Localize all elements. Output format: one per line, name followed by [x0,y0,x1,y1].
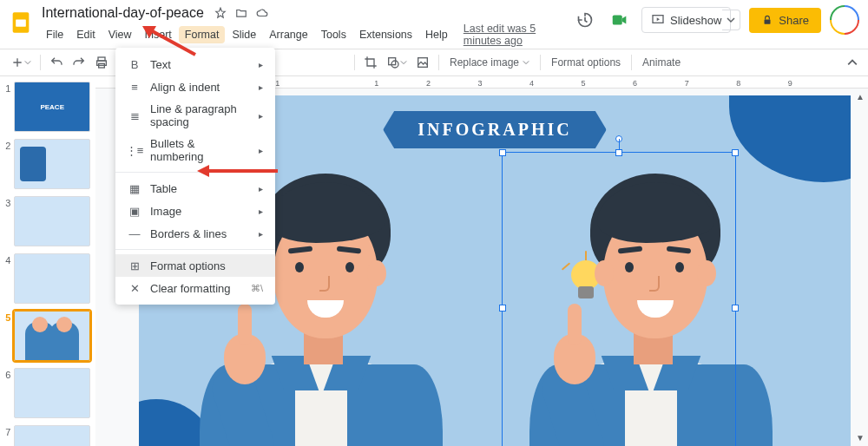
dd-borders[interactable]: —Borders & lines▸ [115,222,275,245]
share-button[interactable]: Share [749,8,821,33]
slides-logo-icon [9,10,33,35]
move-folder-icon[interactable] [235,7,247,19]
text-icon: B [128,57,141,71]
annotation-arrow-icon [139,24,200,59]
dropdown-separator [115,249,275,250]
chevron-right-icon: ▸ [259,111,263,121]
new-slide-button[interactable] [7,52,35,73]
undo-button[interactable] [46,52,67,73]
chevron-down-icon [727,16,735,24]
menu-help[interactable]: Help [419,26,454,43]
star-icon[interactable] [214,7,227,19]
toolbar-separator [40,55,41,70]
thumbnail-5[interactable]: 5 [3,311,90,361]
format-options-button[interactable]: Format options [546,53,626,72]
lock-icon [761,14,773,26]
share-label: Share [779,14,809,27]
resize-handle[interactable] [615,149,622,156]
toolbar-separator [540,55,541,70]
align-icon: ≡ [128,80,141,94]
menu-slide[interactable]: Slide [226,26,262,43]
slideshow-label: Slideshow [670,14,721,27]
menu-arrange[interactable]: Arrange [263,26,313,43]
menu-view[interactable]: View [102,26,138,43]
chevron-right-icon: ▸ [259,146,263,155]
doc-info: International-day-of-peace File Edit Vie… [40,5,572,47]
scroll-down-button[interactable]: ▼ [856,433,865,443]
dd-image[interactable]: ▣Image▸ [115,200,275,222]
replace-image-button[interactable]: Replace image [444,53,535,72]
banner-title[interactable]: INFOGRAPHIC [383,111,606,148]
toolbar-separator [438,55,439,70]
chevron-right-icon: ▸ [259,184,263,193]
borders-icon: — [128,226,141,240]
header-right: Slideshow Share [572,5,859,35]
slideshow-button[interactable]: Slideshow [641,7,731,33]
thumbnail-6[interactable]: 6 [3,368,90,418]
mask-button[interactable] [383,52,411,73]
thumbnail-1[interactable]: 1PEACE [3,82,90,132]
menu-edit[interactable]: Edit [70,26,102,43]
image-icon: ▣ [128,204,141,218]
crop-button[interactable] [360,52,381,73]
doc-title[interactable]: International-day-of-peace [40,5,206,21]
present-icon [651,13,665,27]
animate-button[interactable]: Animate [637,53,686,72]
format-options-icon: ⊞ [128,259,141,272]
bullets-icon: ⋮≡ [128,143,141,157]
slideshow-dropdown-button[interactable] [722,10,740,30]
last-edit-link[interactable]: Last edit was 5 minutes ago [464,23,572,47]
thumbnail-panel[interactable]: 1PEACE 2 3 4 5 6 7THANK YOU [0,76,95,446]
header: International-day-of-peace File Edit Vie… [0,0,868,49]
dd-clear-formatting[interactable]: ✕Clear formatting⌘\ [115,277,275,299]
dd-align[interactable]: ≡Align & indent▸ [115,75,275,98]
annotation-arrow-icon [195,163,282,179]
thumbnail-2[interactable]: 2 [3,139,90,189]
menu-bar: File Edit View Insert Format Slide Arran… [40,23,572,47]
resize-handle[interactable] [499,149,506,156]
reset-image-button[interactable] [412,52,433,73]
svg-rect-1 [16,20,26,27]
collapse-toolbar-button[interactable] [844,54,861,71]
svg-rect-4 [765,19,771,23]
account-avatar[interactable] [830,5,859,35]
resize-handle[interactable] [732,305,739,312]
print-button[interactable] [91,52,112,73]
clear-icon: ✕ [128,281,141,295]
dd-table[interactable]: ▦Table▸ [115,177,275,200]
toolbar-separator [354,55,355,70]
resize-handle[interactable] [499,305,506,312]
scroll-up-button[interactable]: ▲ [856,92,865,102]
svg-rect-2 [613,16,622,25]
resize-handle[interactable] [732,149,739,156]
chevron-right-icon: ▸ [259,229,263,239]
svg-rect-11 [418,58,428,68]
meet-icon[interactable] [607,7,633,33]
menu-tools[interactable]: Tools [315,26,352,43]
toolbar-separator [631,55,632,70]
chevron-right-icon: ▸ [259,207,263,216]
chevron-right-icon: ▸ [259,60,263,69]
spacing-icon: ≣ [128,108,141,122]
redo-button[interactable] [69,52,89,73]
thumbnail-7[interactable]: 7THANK YOU [3,425,90,446]
thumbnail-3[interactable]: 3 [3,196,90,246]
dd-format-options[interactable]: ⊞Format options [115,254,275,277]
selection-outline[interactable] [502,152,736,446]
thumbnail-4[interactable]: 4 [3,253,90,304]
dd-spacing[interactable]: ≣Line & paragraph spacing▸ [115,98,275,133]
menu-file[interactable]: File [40,26,69,43]
table-icon: ▦ [128,181,141,195]
history-icon[interactable] [572,7,598,33]
chevron-right-icon: ▸ [259,82,263,92]
cloud-icon[interactable] [256,7,268,19]
menu-extensions[interactable]: Extensions [353,26,418,43]
dd-bullets[interactable]: ⋮≡Bullets & numbering▸ [115,133,275,167]
